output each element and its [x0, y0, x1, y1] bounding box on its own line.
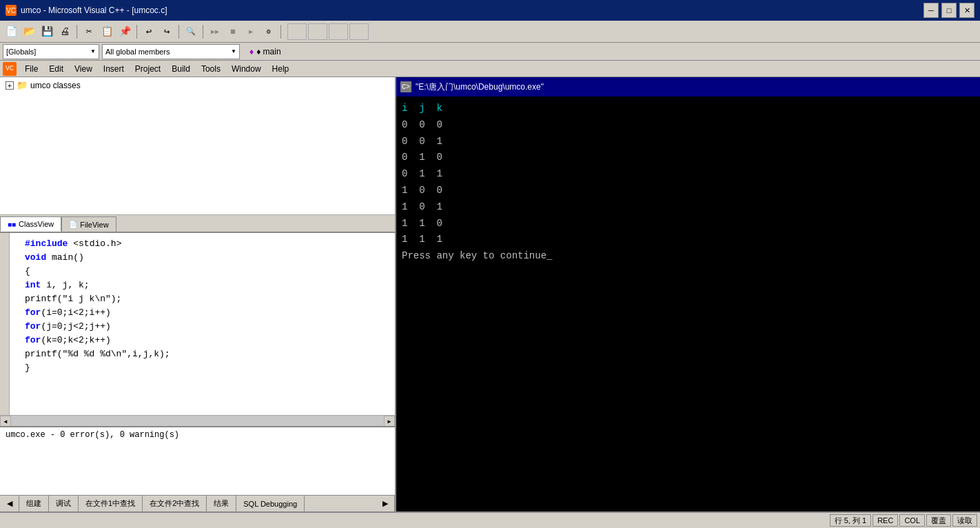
menu-help[interactable]: Help — [267, 63, 295, 75]
output-pane: umco.exe - 0 error(s), 0 warning(s) — [0, 426, 395, 495]
members-value: All global members — [105, 48, 170, 56]
run-button[interactable]: ▶ — [243, 23, 259, 40]
scroll-track[interactable] — [11, 416, 384, 426]
code-line-2: void main() — [14, 251, 391, 265]
undo-button[interactable]: ↩ — [141, 23, 157, 40]
menu-file[interactable]: File — [19, 63, 43, 75]
function-selector: ♦ ♦ main — [243, 47, 288, 57]
stop-button[interactable]: ⏹ — [225, 23, 241, 40]
classview-label: ClassView — [19, 220, 54, 228]
console-data-3: 0 1 1 — [402, 166, 974, 183]
menu-build[interactable]: Build — [166, 63, 196, 75]
menu-tools[interactable]: Tools — [196, 63, 226, 75]
debug-btn2[interactable] — [308, 23, 327, 40]
menu-view[interactable]: View — [69, 63, 98, 75]
title-bar-left: VC umco - Microsoft Visual C++ - [umcoc.… — [6, 5, 167, 16]
tab-fileview[interactable]: 📄 FileView — [61, 216, 116, 232]
status-read: 读取 — [952, 514, 977, 527]
console-icon: C> — [400, 81, 411, 92]
console-data-1: 0 0 1 — [402, 134, 974, 150]
redo-button[interactable]: ↪ — [159, 23, 175, 40]
copy-button[interactable]: 📋 — [99, 23, 115, 40]
toolbar-sep1 — [76, 25, 77, 39]
expand-icon[interactable]: + — [6, 81, 14, 90]
app-icon: VC — [6, 5, 17, 16]
code-line-9: printf("%d %d %d\n",i,j,k); — [14, 347, 391, 361]
tab-classview[interactable]: ■■ ClassView — [0, 216, 61, 232]
toolbar-sep2 — [136, 25, 137, 39]
maximize-button[interactable]: □ — [941, 3, 957, 18]
tab-scroll-right[interactable]: ▶ — [376, 496, 395, 511]
menu-insert[interactable]: Insert — [98, 63, 130, 75]
status-position: 行 5, 列 1 — [830, 514, 871, 527]
bottom-tab-bar: ◀ 组建 调试 在文件1中查找 在文件2中查找 结果 SQL Debugging — [0, 495, 395, 511]
debug-btn1[interactable] — [287, 23, 307, 40]
code-line-4: int i, j, k; — [14, 278, 391, 292]
tab-build[interactable]: 组建 — [19, 496, 49, 511]
tab-find2[interactable]: 在文件2中查找 — [143, 496, 207, 511]
fileview-icon: 📄 — [69, 221, 77, 228]
dropdown-bar: [Globals] ▼ All global members ▼ ♦ ♦ mai… — [0, 43, 980, 61]
debug-btn3[interactable] — [329, 23, 348, 40]
console-data-4: 1 0 0 — [402, 183, 974, 199]
title-controls: ─ □ ✕ — [923, 3, 974, 18]
save-button[interactable]: 💾 — [39, 23, 55, 40]
classview-icon: ■■ — [8, 221, 16, 228]
scroll-left-button[interactable]: ◀ — [0, 416, 11, 426]
code-line-10: } — [14, 361, 391, 375]
code-line-3: { — [14, 265, 391, 278]
tab-find1[interactable]: 在文件1中查找 — [79, 496, 143, 511]
menu-edit[interactable]: Edit — [43, 63, 69, 75]
tab-scroll-left[interactable]: ◀ — [0, 496, 19, 511]
left-panel: + 📁 umco classes ■■ ClassView 📄 FileView — [0, 77, 396, 511]
menu-bar: VC File Edit View Insert Project Build T… — [0, 61, 980, 77]
find-button[interactable]: 🔍 — [183, 23, 199, 40]
code-line-5: printf("i j k\n"); — [14, 292, 391, 306]
horizontal-scrollbar[interactable]: ◀ ▶ — [0, 415, 395, 426]
print-button[interactable]: 🖨 — [57, 23, 73, 40]
extra-toolbar-buttons — [287, 23, 369, 40]
open-button[interactable]: 📂 — [21, 23, 37, 40]
console-data-7: 1 1 1 — [402, 232, 974, 248]
code-line-7: for(j=0;j<2;j++) — [14, 320, 391, 334]
scope-dropdown[interactable]: [Globals] ▼ — [3, 44, 99, 59]
tree-pane: + 📁 umco classes — [0, 77, 395, 215]
status-bar: 行 5, 列 1 REC COL 覆盖 读取 — [0, 511, 980, 528]
paste-button[interactable]: 📌 — [116, 23, 133, 40]
debug-btn4[interactable] — [349, 23, 369, 40]
new-file-button[interactable]: 📄 — [3, 23, 19, 40]
workspace: + 📁 umco classes ■■ ClassView 📄 FileView — [0, 77, 980, 511]
console-data-5: 1 0 1 — [402, 199, 974, 216]
scope-value: [Globals] — [6, 48, 36, 56]
tab-debug[interactable]: 调试 — [49, 496, 79, 511]
code-text[interactable]: #include <stdio.h> void main() { int i, … — [10, 233, 395, 415]
code-scroll-area: #include <stdio.h> void main() { int i, … — [0, 233, 395, 415]
toolbar-sep5 — [280, 25, 281, 39]
build-button[interactable]: ▶▶ — [207, 23, 223, 40]
classview-tabs: ■■ ClassView 📄 FileView — [0, 215, 395, 233]
output-text: umco.exe - 0 error(s), 0 warning(s) — [0, 427, 395, 495]
menu-project[interactable]: Project — [130, 63, 166, 75]
console-data-6: 1 1 0 — [402, 216, 974, 232]
menu-window[interactable]: Window — [226, 63, 267, 75]
console-body: i j k 0 0 0 0 0 1 0 1 0 0 1 1 1 0 0 1 0 … — [396, 97, 980, 511]
function-diamond: ♦ — [249, 47, 254, 57]
tree-root-item[interactable]: + 📁 umco classes — [0, 77, 395, 93]
function-name: ♦ main — [256, 47, 280, 57]
tab-results[interactable]: 结果 — [207, 496, 236, 511]
code-editor[interactable]: #include <stdio.h> void main() { int i, … — [0, 233, 395, 426]
cut-button[interactable]: ✂ — [81, 23, 97, 40]
status-overlay: 覆盖 — [926, 514, 951, 527]
console-data-2: 0 1 0 — [402, 150, 974, 166]
tab-sql-debug[interactable]: SQL Debugging — [236, 496, 305, 511]
scroll-right-button[interactable]: ▶ — [384, 416, 395, 426]
title-bar: VC umco - Microsoft Visual C++ - [umcoc.… — [0, 0, 980, 21]
console-title-text: "E:\唐入门\umco\Debug\umco.exe" — [416, 81, 544, 93]
minimize-button[interactable]: ─ — [923, 3, 939, 18]
toolbar: 📄 📂 💾 🖨 ✂ 📋 📌 ↩ ↪ 🔍 ▶▶ ⏹ ▶ ⚙ — [0, 21, 980, 43]
members-dropdown[interactable]: All global members ▼ — [102, 44, 240, 59]
console-data-0: 0 0 0 — [402, 117, 974, 134]
close-button[interactable]: ✕ — [959, 3, 974, 18]
code-line-8: for(k=0;k<2;k++) — [14, 334, 391, 347]
settings-button[interactable]: ⚙ — [261, 23, 277, 40]
